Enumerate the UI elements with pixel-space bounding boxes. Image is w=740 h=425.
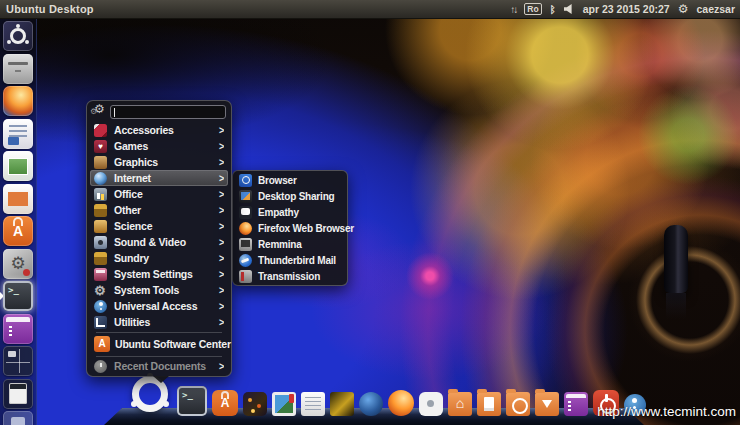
chevron-right-icon xyxy=(219,156,224,169)
launcher-libreoffice-impress[interactable] xyxy=(3,184,33,214)
menu-item-utilities[interactable]: Utilities xyxy=(90,314,228,330)
system-tools-gear-icon xyxy=(94,284,107,297)
submenu-item-firefox[interactable]: Firefox Web Browser xyxy=(236,220,344,236)
dock-pictures-icon[interactable] xyxy=(330,392,354,416)
text-caret xyxy=(114,108,115,117)
science-icon xyxy=(94,220,107,233)
volume-icon[interactable] xyxy=(564,4,575,14)
chevron-right-icon xyxy=(219,172,224,185)
launcher-software-center[interactable] xyxy=(3,216,33,246)
dock-messaging-icon[interactable] xyxy=(419,392,443,416)
indicator-area: Ro apr 23 2015 20:27 caezsar xyxy=(510,1,735,18)
recent-documents-icon xyxy=(94,360,107,373)
menu-item-other[interactable]: Other xyxy=(90,202,228,218)
chevron-right-icon xyxy=(219,140,224,153)
dock-documents-folder-icon[interactable] xyxy=(477,392,501,416)
menu-item-accessories[interactable]: Accessories xyxy=(90,122,228,138)
launcher-ubuntu-dash[interactable] xyxy=(3,21,33,51)
empathy-icon xyxy=(239,206,252,219)
menu-item-universal-access[interactable]: Universal Access xyxy=(90,298,228,314)
launcher-libreoffice-calc[interactable] xyxy=(3,151,33,181)
remmina-icon xyxy=(239,238,252,251)
launcher-workspace-switcher[interactable] xyxy=(3,346,33,376)
browser-icon xyxy=(239,174,252,187)
other-icon xyxy=(94,204,107,217)
internet-globe-icon xyxy=(94,172,107,185)
dock-downloads-folder-icon[interactable] xyxy=(535,392,559,416)
launcher-terminal[interactable] xyxy=(3,281,33,311)
menu-items: Accessories Games Graphics Internet Offi… xyxy=(87,120,231,374)
firefox-icon xyxy=(239,222,252,235)
menu-pointer-tail xyxy=(153,376,169,383)
menu-item-software-center[interactable]: Ubuntu Software Center xyxy=(90,334,228,354)
launcher-firefox[interactable] xyxy=(3,86,33,116)
submenu-item-transmission[interactable]: Transmission xyxy=(236,268,344,284)
launcher-purple-app[interactable] xyxy=(3,314,33,344)
keyboard-layout-indicator[interactable]: Ro xyxy=(524,3,541,15)
submenu-item-remmina[interactable]: Remmina xyxy=(236,236,344,252)
graphics-icon xyxy=(94,156,107,169)
menu-item-system-settings[interactable]: System Settings xyxy=(90,266,228,282)
clock-indicator[interactable]: apr 23 2015 20:27 xyxy=(583,3,670,15)
dock-home-folder-icon[interactable] xyxy=(448,392,472,416)
submenu-item-empathy[interactable]: Empathy xyxy=(236,204,344,220)
unity-launcher xyxy=(0,19,37,425)
transmission-icon xyxy=(239,270,252,283)
bluetooth-icon[interactable] xyxy=(550,1,556,18)
launcher-libreoffice-writer[interactable] xyxy=(3,119,33,149)
software-center-icon xyxy=(94,336,110,352)
watermark: http://www.tecmint.com xyxy=(597,404,736,419)
submenu-item-browser[interactable]: Browser xyxy=(236,172,344,188)
dock-recent-folder-icon[interactable] xyxy=(506,392,530,416)
menu-item-graphics[interactable]: Graphics xyxy=(90,154,228,170)
chevron-right-icon xyxy=(219,220,224,233)
network-traffic-icon[interactable] xyxy=(510,1,516,18)
menu-item-science[interactable]: Science xyxy=(90,218,228,234)
username-indicator[interactable]: caezsar xyxy=(696,3,735,15)
office-icon xyxy=(94,188,107,201)
session-gear-icon[interactable] xyxy=(678,1,689,18)
chevron-right-icon xyxy=(219,300,224,313)
launcher-system-settings[interactable] xyxy=(3,249,33,279)
universal-access-icon xyxy=(94,300,107,313)
panel-title: Ubuntu Desktop xyxy=(6,3,94,15)
menu-item-recent-documents[interactable]: Recent Documents xyxy=(90,358,228,374)
chevron-right-icon xyxy=(219,252,224,265)
dock-purple-app-icon[interactable] xyxy=(564,392,588,416)
dock-image-viewer-icon[interactable] xyxy=(272,392,296,416)
dock-terminal-icon[interactable] xyxy=(177,386,207,416)
dock-web-browser-icon[interactable] xyxy=(359,392,383,416)
submenu-item-thunderbird[interactable]: Thunderbird Mail xyxy=(236,252,344,268)
launcher-removable-media[interactable] xyxy=(3,379,33,409)
menu-search-row xyxy=(87,101,231,120)
menu-item-internet[interactable]: Internet xyxy=(90,170,228,186)
desktop: Ubuntu Desktop Ro apr 23 2015 20:27 caez… xyxy=(0,0,740,425)
menu-item-sundry[interactable]: Sundry xyxy=(90,250,228,266)
thunderbird-icon xyxy=(239,254,252,267)
sundry-icon xyxy=(94,252,107,265)
menu-item-games[interactable]: Games xyxy=(90,138,228,154)
dock-libreoffice-icon[interactable] xyxy=(301,392,325,416)
menu-item-system-tools[interactable]: System Tools xyxy=(90,282,228,298)
launcher-trash[interactable] xyxy=(3,411,33,425)
bottom-dock xyxy=(104,371,644,425)
games-icon xyxy=(94,140,107,153)
chevron-right-icon xyxy=(219,316,224,329)
desktop-sharing-icon xyxy=(239,190,252,203)
menu-item-sound-video[interactable]: Sound & Video xyxy=(90,234,228,250)
dock-photo-manager-icon[interactable] xyxy=(243,392,267,416)
top-panel: Ubuntu Desktop Ro apr 23 2015 20:27 caez… xyxy=(0,0,740,19)
dock-firefox-icon[interactable] xyxy=(388,390,414,416)
dock-software-center-icon[interactable] xyxy=(212,390,238,416)
menu-item-office[interactable]: Office xyxy=(90,186,228,202)
internet-submenu: Browser Desktop Sharing Empathy Firefox … xyxy=(232,170,348,286)
chevron-right-icon xyxy=(219,268,224,281)
menu-separator xyxy=(96,332,222,333)
chevron-right-icon xyxy=(219,236,224,249)
menu-search-input[interactable] xyxy=(110,105,226,119)
turntable-spindle xyxy=(664,225,688,293)
submenu-item-desktop-sharing[interactable]: Desktop Sharing xyxy=(236,188,344,204)
chevron-right-icon xyxy=(219,284,224,297)
utilities-icon xyxy=(94,316,107,329)
launcher-files[interactable] xyxy=(3,54,33,84)
